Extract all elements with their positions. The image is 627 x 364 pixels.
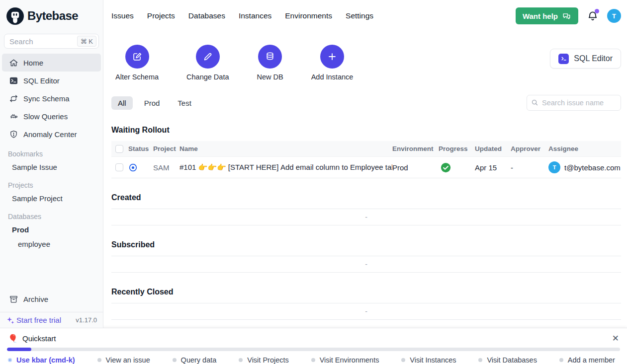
nav-settings[interactable]: Settings — [346, 11, 373, 20]
assignee-email: t@bytebase.com — [564, 163, 621, 172]
notification-bell-icon[interactable] — [587, 10, 599, 22]
recently-closed-empty: - — [111, 303, 621, 319]
terminal-icon — [558, 54, 569, 64]
chat-icon — [562, 11, 571, 21]
sidebar-database-group-prod[interactable]: Prod — [0, 222, 103, 237]
brand-logo[interactable]: Bytebase — [0, 0, 103, 32]
nav-projects[interactable]: Projects — [147, 11, 175, 20]
divider — [111, 319, 621, 320]
sidebar-bookmark-sample-issue[interactable]: Sample Issue — [0, 160, 103, 174]
quickstart-step-add-member[interactable]: Add a member — [559, 356, 615, 364]
sparkles-icon — [6, 316, 15, 325]
step-dot — [239, 358, 243, 362]
sidebar-item-label: Slow Queries — [23, 112, 68, 121]
issue-search — [527, 95, 621, 111]
select-all-checkbox[interactable] — [115, 145, 123, 153]
quickstart-progress-fill — [7, 348, 31, 351]
step-dot — [8, 358, 12, 362]
nav-issues[interactable]: Issues — [111, 11, 134, 20]
add-instance-button[interactable]: Add Instance — [311, 45, 354, 81]
sidebar-spacer — [0, 251, 103, 290]
quickstart-step-query-data[interactable]: Query data — [173, 356, 217, 364]
new-db-button[interactable]: New DB — [257, 45, 283, 81]
quickstart-step-view-issue[interactable]: View an issue — [97, 356, 150, 364]
issue-assignee: T t@bytebase.com — [548, 161, 621, 173]
col-name: Name — [179, 145, 392, 152]
nav-instances[interactable]: Instances — [239, 11, 271, 20]
bytebase-logo-icon — [6, 7, 24, 25]
step-label: Visit Environments — [320, 356, 379, 364]
step-label: Visit Projects — [247, 356, 289, 364]
quickstart-step-use-kbar[interactable]: Use kbar (cmd-k) — [8, 356, 75, 364]
sidebar-project-sample-project[interactable]: Sample Project — [0, 191, 103, 206]
quickstart-step-visit-instances[interactable]: Visit Instances — [401, 356, 456, 364]
top-bar-right: Want help T — [516, 7, 621, 24]
database-icon — [258, 45, 282, 69]
start-free-trial-link[interactable]: Start free trial — [6, 316, 61, 325]
sql-editor-label: SQL Editor — [574, 54, 613, 63]
top-nav: Issues Projects Databases Instances Envi… — [111, 11, 373, 20]
sidebar-item-sql-editor[interactable]: SQL Editor — [2, 72, 101, 89]
version-label: v1.17.0 — [76, 316, 97, 324]
brand-name: Bytebase — [27, 9, 78, 23]
quickstart-step-visit-projects[interactable]: Visit Projects — [239, 356, 289, 364]
issue-search-input[interactable] — [527, 95, 621, 111]
alter-schema-button[interactable]: Alter Schema — [115, 45, 159, 81]
sidebar-database-employee[interactable]: employee — [0, 237, 103, 251]
step-label: Visit Instances — [410, 356, 456, 364]
row-checkbox[interactable] — [115, 163, 123, 171]
change-data-label: Change Data — [186, 73, 229, 81]
sidebar-item-label: Anomaly Center — [23, 130, 77, 139]
step-label: Visit Databases — [487, 356, 537, 364]
want-help-button[interactable]: Want help — [516, 7, 578, 24]
assignee-avatar: T — [548, 161, 560, 173]
issue-name[interactable]: #101 👉👉👉 [START HERE] Add email column t… — [179, 163, 392, 172]
close-icon[interactable]: ✕ — [612, 334, 619, 343]
quickstart-step-visit-databases[interactable]: Visit Databases — [478, 356, 537, 364]
sql-editor-button[interactable]: SQL Editor — [550, 49, 621, 69]
shield-icon — [9, 130, 18, 139]
nav-databases[interactable]: Databases — [188, 11, 225, 20]
sidebar-item-label: SQL Editor — [23, 76, 60, 85]
tab-test[interactable]: Test — [171, 96, 198, 110]
terminal-icon — [9, 76, 18, 85]
sidebar-item-anomaly-center[interactable]: Anomaly Center — [2, 125, 101, 143]
col-status: Status — [128, 145, 153, 152]
quickstart-step-visit-environments[interactable]: Visit Environments — [311, 356, 379, 364]
step-label: Query data — [181, 356, 217, 364]
home-icon — [9, 58, 18, 68]
alter-schema-label: Alter Schema — [115, 73, 159, 81]
quickstart-header: 🎈 Quickstart ✕ — [0, 328, 627, 348]
user-avatar[interactable]: T — [607, 9, 621, 23]
quick-actions-row: Alter Schema Change Data New DB — [111, 45, 621, 81]
issue-project: SAM — [153, 163, 179, 172]
change-data-button[interactable]: Change Data — [186, 45, 229, 81]
sidebar-item-archive[interactable]: Archive — [2, 290, 101, 308]
sidebar-section-bookmarks: Bookmarks — [0, 143, 103, 160]
nav-environments[interactable]: Environments — [285, 11, 332, 20]
issue-row[interactable]: SAM #101 👉👉👉 [START HERE] Add email colu… — [111, 156, 621, 178]
sidebar-item-slow-queries[interactable]: Slow Queries — [2, 107, 101, 125]
col-progress: Progress — [439, 145, 475, 152]
edit-square-icon — [125, 45, 149, 69]
sidebar-item-sync-schema[interactable]: Sync Schema — [2, 89, 101, 107]
waiting-rollout-title: Waiting Rollout — [111, 126, 621, 141]
issue-table-header: Status Project Name Environment Progress… — [111, 141, 621, 156]
quickstart-title: Quickstart — [22, 334, 56, 343]
step-dot — [559, 358, 563, 362]
main-content: Alter Schema Change Data New DB — [103, 32, 627, 328]
step-label: View an issue — [106, 356, 150, 364]
sidebar-item-home[interactable]: Home — [2, 54, 101, 72]
step-label: Use kbar (cmd-k) — [16, 356, 75, 364]
tab-prod[interactable]: Prod — [138, 96, 167, 110]
new-db-label: New DB — [257, 73, 283, 81]
sidebar: Bytebase ⌘ K Home SQL Editor Sync Schema — [0, 0, 103, 328]
step-dot — [173, 358, 177, 362]
quickstart-progress-track — [7, 348, 620, 351]
want-help-label: Want help — [523, 12, 558, 20]
sidebar-section-databases: Databases — [0, 206, 103, 222]
top-bar: Issues Projects Databases Instances Envi… — [103, 0, 627, 32]
col-updated: Updated — [475, 145, 511, 152]
divider — [111, 225, 621, 225]
tab-all[interactable]: All — [111, 96, 133, 110]
